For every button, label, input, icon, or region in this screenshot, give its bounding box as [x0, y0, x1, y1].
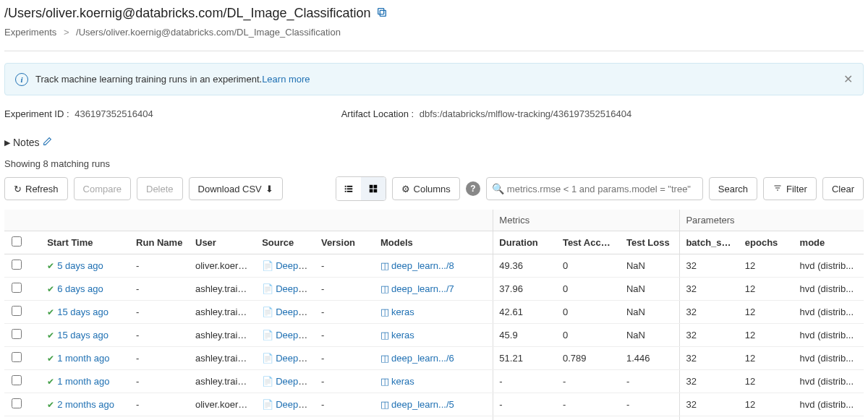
batch-size-cell: 32 [680, 370, 739, 393]
source-link[interactable]: Deep Lear [276, 283, 315, 294]
model-link[interactable]: keras [391, 330, 414, 340]
col-start-time[interactable]: Start Time [41, 231, 130, 254]
test-loss-cell: - [621, 416, 680, 421]
source-link[interactable]: Deep Lear [276, 307, 315, 317]
filter-button[interactable]: Filter [763, 177, 817, 200]
model-link[interactable]: keras [391, 376, 414, 387]
search-input[interactable] [486, 177, 703, 200]
list-view-button[interactable] [336, 177, 361, 200]
info-icon: i [15, 73, 28, 86]
start-time-link[interactable]: 1 month ago [57, 353, 109, 364]
table-row[interactable]: ✔15 days ago-ashley.train...📄Deep Lear-◫… [4, 324, 864, 347]
download-csv-button[interactable]: Download CSV ⬇ [189, 177, 283, 200]
status-success-icon: ✔ [47, 284, 54, 294]
start-time-link[interactable]: 2 months ago [57, 399, 114, 410]
mode-cell: hvd (distrib... [794, 370, 864, 393]
notebook-icon: 📄 [262, 307, 273, 317]
row-checkbox[interactable] [12, 329, 22, 339]
grid-view-button[interactable] [361, 177, 386, 200]
model-icon: ◫ [380, 376, 389, 387]
search-icon: 🔍 [492, 183, 504, 194]
start-time-link[interactable]: 1 month ago [57, 376, 109, 387]
source-link[interactable]: Deep Lear [276, 330, 315, 340]
version-cell: - [315, 278, 375, 301]
col-test-loss[interactable]: Test Loss [621, 231, 680, 254]
model-link[interactable]: deep_learn.../5 [391, 399, 454, 410]
source-link[interactable]: Deep Lear [276, 399, 315, 410]
close-icon[interactable]: ✕ [843, 72, 853, 86]
run-name-cell: - [130, 347, 190, 370]
test-loss-cell: - [621, 393, 680, 416]
user-cell: ashley.train... [190, 347, 256, 370]
status-success-icon: ✔ [47, 353, 54, 364]
chevron-right-icon: ▶ [4, 138, 10, 147]
col-user[interactable]: User [190, 231, 256, 254]
edit-icon[interactable] [43, 137, 52, 148]
col-batch-size[interactable]: batch_size [680, 231, 739, 254]
col-epochs[interactable]: epochs [739, 231, 794, 254]
table-row[interactable]: ✔2 months ago-oliver.koern...📄Deep Lear-… [4, 416, 864, 421]
col-source[interactable]: Source [256, 231, 315, 254]
parameters-group-header: Parameters [680, 210, 864, 231]
row-checkbox[interactable] [12, 398, 22, 408]
experiment-id-label: Experiment ID : [4, 108, 69, 119]
notebook-icon: 📄 [262, 283, 273, 294]
delete-button[interactable]: Delete [137, 177, 183, 200]
model-link[interactable]: keras [391, 307, 414, 317]
run-name-cell: - [130, 324, 190, 347]
test-accuracy-cell: 0 [557, 301, 621, 324]
col-models[interactable]: Models [375, 231, 493, 254]
select-all-checkbox[interactable] [12, 236, 22, 247]
clear-button[interactable]: Clear [822, 177, 864, 200]
source-link[interactable]: Deep Lear [276, 376, 315, 387]
source-link[interactable]: Deep Lear [276, 260, 315, 271]
start-time-link[interactable]: 5 days ago [57, 260, 103, 271]
epochs-cell: 12 [739, 416, 794, 421]
row-checkbox[interactable] [12, 352, 22, 362]
row-checkbox[interactable] [12, 306, 22, 316]
search-button[interactable]: Search [709, 177, 757, 200]
test-loss-cell: NaN [621, 278, 680, 301]
row-checkbox[interactable] [12, 283, 22, 293]
epochs-cell: 12 [739, 393, 794, 416]
status-success-icon: ✔ [47, 330, 54, 340]
gear-icon: ⚙ [401, 184, 410, 194]
source-link[interactable]: Deep Lear [276, 353, 315, 364]
copy-icon[interactable] [376, 7, 388, 20]
col-run-name[interactable]: Run Name [130, 231, 190, 254]
help-icon[interactable]: ? [466, 181, 480, 196]
breadcrumb-root[interactable]: Experiments [4, 27, 56, 38]
svg-rect-3 [346, 186, 352, 187]
epochs-cell: 12 [739, 370, 794, 393]
table-row[interactable]: ✔15 days ago-ashley.train...📄Deep Lear-◫… [4, 301, 864, 324]
row-checkbox[interactable] [12, 375, 22, 385]
model-link[interactable]: deep_learn.../7 [391, 283, 454, 294]
table-row[interactable]: ✔1 month ago-ashley.train...📄Deep Lear-◫… [4, 370, 864, 393]
test-accuracy-cell: 0 [557, 324, 621, 347]
start-time-link[interactable]: 15 days ago [57, 307, 109, 317]
table-row[interactable]: ✔2 months ago-oliver.koern...📄Deep Lear-… [4, 393, 864, 416]
table-row[interactable]: ✔1 month ago-ashley.train...📄Deep Lear-◫… [4, 347, 864, 370]
notes-toggle[interactable]: ▶ Notes [4, 137, 864, 148]
col-mode[interactable]: mode [794, 231, 864, 254]
version-cell: - [315, 301, 375, 324]
run-name-cell: - [130, 416, 190, 421]
refresh-button[interactable]: ↻ Refresh [4, 177, 68, 200]
model-link[interactable]: deep_learn.../6 [391, 353, 454, 364]
col-duration[interactable]: Duration [493, 231, 557, 254]
col-test-accuracy[interactable]: Test Accuracy [557, 231, 621, 254]
start-time-link[interactable]: 6 days ago [57, 283, 103, 294]
columns-button[interactable]: ⚙ Columns [392, 177, 460, 200]
table-row[interactable]: ✔5 days ago-oliver.koern...📄Deep Lear-◫d… [4, 254, 864, 278]
view-toggle [336, 176, 386, 201]
learn-more-link[interactable]: Learn more [262, 74, 310, 85]
mode-cell: hvd (distrib... [794, 416, 864, 421]
model-link[interactable]: deep_learn.../8 [391, 260, 454, 271]
compare-button[interactable]: Compare [74, 177, 131, 200]
col-version[interactable]: Version [315, 231, 375, 254]
status-success-icon: ✔ [47, 307, 54, 317]
row-checkbox[interactable] [12, 260, 22, 270]
table-row[interactable]: ✔6 days ago-ashley.train...📄Deep Lear-◫d… [4, 278, 864, 301]
download-icon: ⬇ [265, 184, 273, 194]
start-time-link[interactable]: 15 days ago [57, 330, 109, 340]
